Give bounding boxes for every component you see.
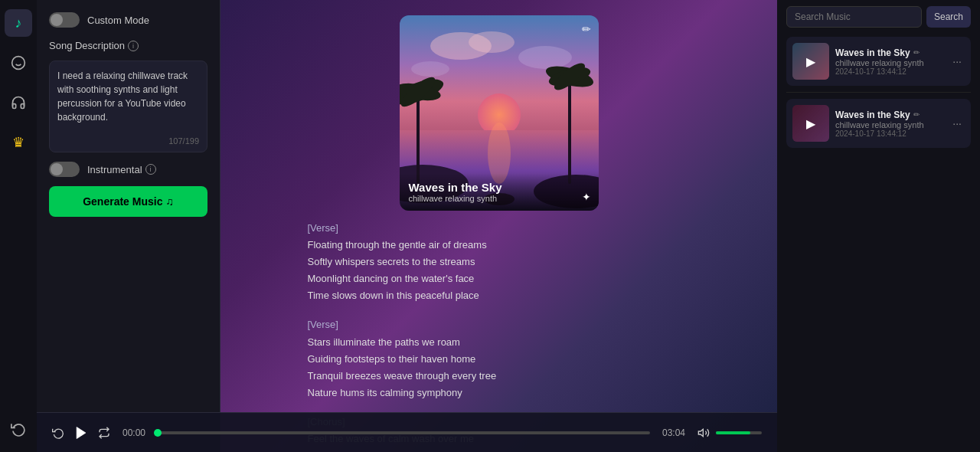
verse-2-line-4: Nature hums its calming symphony: [308, 385, 691, 401]
song-description-text: I need a relaxing chillwave track with s…: [57, 69, 199, 124]
album-art-overlay: Waves in the Sky chillwave relaxing synt…: [400, 173, 599, 211]
svg-point-7: [411, 61, 449, 77]
star-icon[interactable]: ✦: [582, 191, 591, 203]
lyrics-verse-1: [Verse] Floating through the gentle air …: [308, 220, 691, 304]
crown-icon[interactable]: ♛: [5, 129, 32, 156]
generate-music-button[interactable]: Generate Music ♫: [49, 186, 207, 217]
custom-mode-toggle[interactable]: [49, 12, 80, 28]
music-edit-icon-1[interactable]: ✏: [913, 48, 920, 57]
svg-point-6: [518, 46, 572, 69]
custom-mode-row: Custom Mode: [49, 12, 207, 28]
music-title-row-2: Waves in the Sky ✏: [835, 110, 943, 120]
svg-rect-17: [568, 77, 571, 184]
progress-bar[interactable]: [158, 431, 650, 434]
play-button[interactable]: [74, 425, 89, 441]
album-art-container: ✏ Waves in the Sky chillwave relaxing sy…: [400, 15, 599, 211]
svg-point-0: [12, 57, 25, 70]
instrumental-row: Instrumental i: [49, 162, 207, 177]
divider-1: [786, 92, 971, 93]
instrumental-toggle[interactable]: [49, 162, 80, 177]
left-panel: Custom Mode Song Description i I need a …: [37, 0, 220, 452]
verse-2-tag: [Verse]: [308, 316, 691, 333]
verse-2-line-3: Tranquil breezes weave through every tre…: [308, 368, 691, 385]
album-genre: chillwave relaxing synth: [409, 194, 590, 203]
volume-area: [697, 427, 762, 439]
instrumental-label: Instrumental i: [87, 164, 156, 175]
play-icon-1: ▶: [806, 54, 815, 69]
album-art-edit-icon[interactable]: ✏: [582, 23, 591, 35]
volume-icon[interactable]: [697, 427, 710, 439]
music-item-2[interactable]: ▶ Waves in the Sky ✏ chillwave relaxing …: [786, 99, 971, 148]
play-icon-2: ▶: [806, 116, 815, 131]
verse-1-line-1: Floating through the gentle air of dream…: [308, 237, 691, 254]
verse-1-line-4: Time slows down in this peaceful place: [308, 287, 691, 304]
sidebar: ♪ ♛: [0, 0, 37, 452]
more-button-1[interactable]: ···: [949, 52, 965, 70]
right-panel: Search ▶ Waves in the Sky ✏ chillwave re…: [777, 0, 980, 452]
volume-bar[interactable]: [716, 431, 762, 434]
music-edit-icon-2[interactable]: ✏: [913, 110, 920, 119]
instrumental-info-icon: i: [145, 164, 156, 175]
history-icon[interactable]: [5, 415, 32, 443]
char-count: 107/199: [168, 136, 199, 146]
play-overlay-1: ▶: [792, 43, 829, 80]
svg-rect-13: [416, 92, 420, 184]
current-time: 00:00: [122, 427, 145, 438]
music-genre-2: chillwave relaxing synth: [835, 120, 943, 129]
headphone-icon[interactable]: [5, 89, 32, 116]
face-icon[interactable]: [5, 49, 32, 77]
svg-marker-22: [77, 427, 86, 438]
music-wave-icon[interactable]: ♪: [5, 9, 32, 37]
player-bar: 00:00 03:04: [37, 412, 777, 452]
music-title-2: Waves in the Sky: [835, 110, 910, 120]
music-genre-1: chillwave relaxing synth: [835, 58, 943, 67]
song-description-label: Song Description i: [49, 40, 207, 51]
search-row: Search: [786, 6, 971, 28]
music-thumb-2: ▶: [792, 105, 829, 142]
more-button-2[interactable]: ···: [949, 114, 965, 133]
loop-button[interactable]: [98, 427, 110, 439]
custom-mode-label: Custom Mode: [87, 15, 149, 26]
music-date-1: 2024-10-17 13:44:12: [835, 67, 943, 76]
play-overlay-2: ▶: [792, 105, 829, 142]
restart-button[interactable]: [52, 427, 64, 439]
music-item-1[interactable]: ▶ Waves in the Sky ✏ chillwave relaxing …: [786, 37, 971, 86]
total-time: 03:04: [662, 427, 685, 438]
verse-2-line-2: Guiding footsteps to their haven home: [308, 351, 691, 368]
verse-1-line-3: Moonlight dancing on the water's face: [308, 270, 691, 287]
volume-fill: [716, 431, 750, 434]
player-controls: [52, 425, 110, 441]
song-description-box[interactable]: I need a relaxing chillwave track with s…: [49, 61, 207, 152]
music-info-2: Waves in the Sky ✏ chillwave relaxing sy…: [835, 110, 943, 138]
verse-2-line-1: Stars illuminate the paths we roam: [308, 334, 691, 351]
svg-marker-23: [698, 429, 703, 436]
search-input[interactable]: [786, 6, 922, 28]
music-thumb-1: ▶: [792, 43, 829, 80]
svg-point-5: [469, 31, 514, 53]
verse-1-line-2: Softly whispers secrets to the streams: [308, 254, 691, 270]
music-date-2: 2024-10-17 13:44:12: [835, 129, 943, 138]
verse-1-tag: [Verse]: [308, 220, 691, 237]
search-button[interactable]: Search: [926, 6, 971, 28]
main-content: ✏ Waves in the Sky chillwave relaxing sy…: [220, 0, 777, 452]
song-desc-info-icon: i: [128, 41, 139, 51]
lyrics-verse-2: [Verse] Stars illuminate the paths we ro…: [308, 316, 691, 401]
album-title: Waves in the Sky: [409, 181, 590, 194]
music-info-1: Waves in the Sky ✏ chillwave relaxing sy…: [835, 47, 943, 76]
music-title-1: Waves in the Sky: [835, 47, 910, 58]
music-title-row-1: Waves in the Sky ✏: [835, 47, 943, 58]
